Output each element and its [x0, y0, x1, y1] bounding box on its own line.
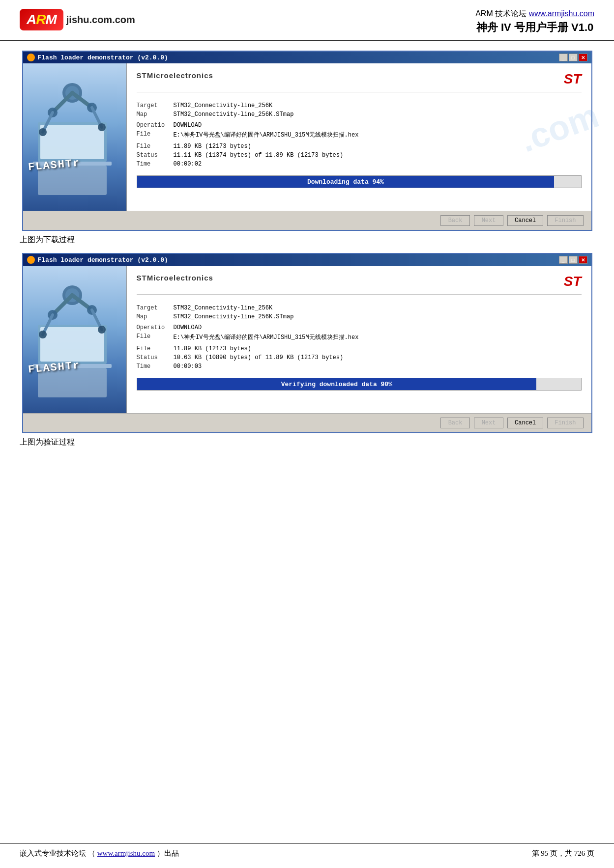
flash-footer-2: Back Next Cancel Finish: [23, 413, 591, 432]
footer-right-text: ）出品: [157, 849, 179, 858]
logo-box: ARM: [20, 9, 63, 30]
status-value-1: 11.11 KB (11374 bytes) of 11.89 KB (1217…: [174, 152, 582, 159]
operation-value-2: DOWNLOAD: [174, 324, 582, 331]
target-value-1: STM32_Connectivity-line_256K: [174, 102, 582, 109]
progress-text-1: Downloading data 94%: [307, 178, 384, 186]
robot-arm-graphic-2: [23, 266, 126, 413]
flash-window-2: Flash loader demonstrator (v2.0.0) _ □ ✕: [22, 253, 592, 433]
operation-value-1: DOWNLOAD: [174, 122, 582, 129]
window-controls-2[interactable]: _ □ ✕: [559, 256, 587, 264]
flash-app-icon-1: [27, 54, 35, 61]
header-right: ARM 技术论坛 www.armjishu.com 神舟 IV 号用户手册 V1…: [475, 9, 594, 35]
info-row-map-1: Map STM32_Connectivity-line_256K.STmap: [137, 111, 582, 118]
page-header: ARM jishu.com .com ARM 技术论坛 www.armjishu…: [0, 0, 614, 41]
minimize-btn-1[interactable]: _: [559, 54, 568, 61]
progress-text-2: Verifying downloaded data 90%: [281, 381, 392, 388]
time-value-1: 00:00:02: [174, 161, 582, 168]
close-btn-2[interactable]: ✕: [579, 256, 587, 264]
flash-title-text-2: Flash loader demonstrator (v2.0.0): [38, 256, 168, 264]
logo-arm-text: ARM: [27, 12, 57, 28]
map-value-2: STM32_Connectivity-line_256K.STmap: [174, 313, 582, 320]
flash-sidebar-1: FLASHTr: [23, 63, 126, 211]
main-content: Flash loader demonstrator (v2.0.0) _ □ ✕: [0, 41, 614, 465]
progress-bar-outer-1: Downloading data 94%: [137, 175, 582, 188]
st-logo-1: ST: [564, 71, 582, 87]
info-row-operation-2: Operatio DOWNLOAD: [137, 324, 582, 331]
operation-label-1: Operatio: [137, 122, 174, 129]
filesize-value-1: 11.89 KB (12173 bytes): [174, 143, 582, 150]
svg-rect-17: [40, 327, 104, 362]
minimize-btn-2[interactable]: _: [559, 256, 568, 264]
info-row-file-2: File E:\神舟IV号光盘\编译好的固件\ARMJISHU_315M无线模块…: [137, 333, 582, 341]
target-value-2: STM32_Connectivity-line_256K: [174, 305, 582, 311]
back-btn-1[interactable]: Back: [440, 215, 470, 226]
flash-sidebar-2: FLASHTr: [23, 266, 126, 413]
svg-point-26: [39, 331, 47, 338]
status-value-2: 10.63 KB (10890 bytes) of 11.89 KB (1217…: [174, 354, 582, 361]
next-btn-1[interactable]: Next: [474, 215, 503, 226]
flash-title-text-1: Flash loader demonstrator (v2.0.0): [38, 54, 168, 61]
cancel-btn-1[interactable]: Cancel: [507, 215, 543, 226]
caption-1: 上图为下载过程: [20, 235, 594, 245]
time-label-2: Time: [137, 363, 174, 370]
cancel-btn-2[interactable]: Cancel: [507, 418, 543, 428]
map-label-1: Map: [137, 111, 174, 118]
flash-titlebar-left-2: Flash loader demonstrator (v2.0.0): [27, 256, 168, 264]
finish-btn-1[interactable]: Finish: [547, 215, 583, 226]
flash-titlebar-2: Flash loader demonstrator (v2.0.0) _ □ ✕: [23, 254, 591, 266]
info-row-status-2: Status 10.63 KB (10890 bytes) of 11.89 K…: [137, 354, 582, 361]
filesize-value-2: 11.89 KB (12173 bytes): [174, 345, 582, 352]
logo-jishu-text: jishu.com: [66, 14, 112, 26]
progress-bar-inner-2: Verifying downloaded data 90%: [137, 378, 537, 390]
logo-area: ARM jishu.com .com: [20, 9, 135, 30]
flash-titlebar-1: Flash loader demonstrator (v2.0.0) _ □ ✕: [23, 52, 591, 63]
time-label-1: Time: [137, 161, 174, 168]
svg-rect-3: [40, 125, 104, 159]
st-logo-2: ST: [564, 274, 582, 289]
info-row-time-2: Time 00:00:03: [137, 363, 582, 370]
info-row-filesize-2: File 11.89 KB (12173 bytes): [137, 345, 582, 352]
flash-app-icon-2: [27, 256, 35, 264]
progress-bar-inner-1: Downloading data 94%: [137, 176, 555, 188]
close-btn-1[interactable]: ✕: [579, 54, 587, 61]
info-table-2: Target STM32_Connectivity-line_256K Map …: [137, 305, 582, 370]
svg-point-12: [39, 128, 47, 136]
svg-point-27: [98, 326, 106, 334]
footer-left-text: 嵌入式专业技术论坛 （: [20, 849, 95, 858]
restore-btn-1[interactable]: □: [569, 54, 578, 61]
caption-2: 上图为验证过程: [20, 437, 594, 448]
next-btn-2[interactable]: Next: [474, 418, 503, 428]
progress-container-2: Verifying downloaded data 90%: [137, 378, 582, 391]
operation-label-2: Operatio: [137, 324, 174, 331]
map-label-2: Map: [137, 313, 174, 320]
info-row-target-2: Target STM32_Connectivity-line_256K: [137, 305, 582, 311]
flash-main-2: STMicroelectronics ST Target STM32_Conne…: [126, 266, 591, 413]
finish-btn-2[interactable]: Finish: [547, 418, 583, 428]
header-url[interactable]: www.armjishu.com: [529, 9, 594, 18]
status-label-2: Status: [137, 354, 174, 361]
progress-container-1: Downloading data 94%: [137, 175, 582, 188]
page-footer: 嵌入式专业技术论坛 （ www.armjishu.com ）出品 第 95 页，…: [0, 843, 614, 858]
info-table-1: Target STM32_Connectivity-line_256K Map …: [137, 102, 582, 168]
window-controls-1[interactable]: _ □ ✕: [559, 54, 587, 61]
header-label: ARM 技术论坛 www.armjishu.com: [475, 9, 594, 19]
info-row-time-1: Time 00:00:02: [137, 161, 582, 168]
info-row-operation-1: Operatio DOWNLOAD: [137, 122, 582, 129]
header-title: 神舟 IV 号用户手册 V1.0: [475, 20, 594, 35]
back-btn-2[interactable]: Back: [440, 418, 470, 428]
target-label-2: Target: [137, 305, 174, 311]
flash-body-2: FLASHTr STMicroelectronics ST Target STM…: [23, 266, 591, 413]
time-value-2: 00:00:03: [174, 363, 582, 370]
footer-link[interactable]: www.armjishu.com: [97, 849, 155, 858]
file-value-1: E:\神舟IV号光盘\编译好的固件\ARMJISHU_315M无线模块扫描.he…: [174, 131, 582, 139]
flash-window-1: Flash loader demonstrator (v2.0.0) _ □ ✕: [22, 51, 592, 231]
progress-bar-outer-2: Verifying downloaded data 90%: [137, 378, 582, 391]
file-label-1: File: [137, 131, 174, 138]
flash-body-1: FLASHTr STMicroelectronics ST Target STM…: [23, 63, 591, 211]
footer-page-info: 第 95 页，共 726 页: [532, 849, 595, 858]
status-label-1: Status: [137, 152, 174, 159]
flash-titlebar-left-1: Flash loader demonstrator (v2.0.0): [27, 54, 168, 61]
map-value-1: STM32_Connectivity-line_256K.STmap: [174, 111, 582, 118]
st-header-1: STMicroelectronics ST: [137, 71, 582, 92]
restore-btn-2[interactable]: □: [569, 256, 578, 264]
